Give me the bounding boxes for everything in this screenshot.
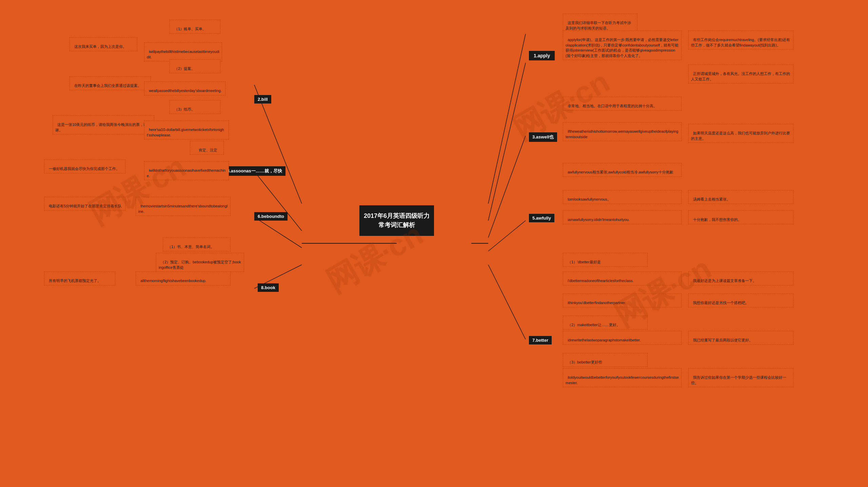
awfully-ctx2-node: iamawfullysorry.ididn'tmeantohurtyou. (563, 210, 682, 224)
center-title: 2017年6月英语四级听力 (364, 212, 430, 219)
svg-line-4 (488, 136, 526, 238)
assoonas-label: 4.assoonas一……就，尽快 (224, 166, 285, 176)
better-1-node: （1）'dbetter最好是 (563, 253, 648, 267)
apply-ex1-node: 有些工作岗位会requiremuchtraveling。(要求经常出差)还有些工… (688, 31, 793, 50)
aswell-note-node: 非常地、相当地。在口语中用于表程度的比例十分高。 (563, 97, 682, 111)
awfully-tr1-node: 汤姆看上去相当紧张。 (688, 190, 793, 204)
apply-intro-node: 这里我们详细串联一下在听力考试中涉及到的与求职相关的短语。 (563, 14, 637, 33)
book-label: 8.book (258, 283, 279, 292)
apply-ex2-node: 正所谓城里城外，各有风光。没工作的人想工作，有工作的人又烦工作。 (688, 64, 793, 83)
svg-line-6 (488, 265, 526, 339)
better-tr2-node: 我想你最好还是另找一个搭档吧。 (688, 294, 793, 307)
awfully-ex1-node: awfullynervous相当紧张;awfullycold相当冷.awfull… (563, 163, 682, 177)
bill-ctx1-node: 这次我来买单，因为上次是你。 (70, 37, 137, 51)
bill-ex3-node: here'sa10-dollarbill.givemetwoticketsfor… (144, 120, 229, 139)
svg-line-9 (254, 217, 302, 248)
better-ctx4-node: itoldyouitwouldbebetterforyouifyoutookfe… (563, 368, 682, 387)
svg-line-8 (254, 171, 302, 231)
awfully-ctx1-node: tomlooksawfullynervous。 (563, 190, 682, 204)
better-tr3-node: 我已经重写了最后两段以使它更好。 (688, 331, 793, 345)
beboundto-label: 6.beboundto (254, 212, 288, 221)
bill-ctx3-node: 这是一张10美元的纸币，请给我两张今晚演出的票，谢谢。 (53, 115, 154, 134)
assoonas-hint-node: 肯定、注定 (190, 141, 224, 155)
apply-label: 1.apply (529, 51, 555, 60)
center-subtitle: 常考词汇解析 (378, 222, 415, 228)
better-ctx2-node: ithinkyou'dbetterfindanotherpartner. (563, 294, 682, 307)
book-1-node: （1）书、本意、简单名词。 (163, 238, 231, 251)
better-2-node: （2）makeitbetter让……更好。 (563, 316, 648, 330)
aswell-ctx1-node: iftheweatheristhishottomorrow,wemayaswel… (563, 122, 682, 141)
book-ex1-node: allthemorningflightshavebeenbookedup. (136, 271, 231, 285)
better-3-node: （3）bebetter更好些 (563, 353, 648, 367)
beboundto-ex1-node: themoviestartsin5minutesandthere'sboundt… (136, 197, 231, 216)
book-ctx1-node: 所有明早的飞机票都预定光了。 (44, 271, 115, 285)
book-2-node: （2）预定、订购。bebookedup被预定空了;bookingoffice售票… (156, 253, 244, 272)
bill-ctx2-node: 在昨天的董事会上我们全票通过该提案。 (70, 76, 151, 90)
better-label: 7.better (529, 336, 552, 344)
bill-1-node: （1）账单、买单、 (170, 20, 220, 34)
svg-line-3 (488, 63, 526, 221)
bill-label: 2.bill (254, 95, 271, 104)
svg-line-2 (488, 34, 526, 204)
better-ctx3-node: idrewritethelastwoparagraphstomakeitbett… (563, 331, 682, 345)
aswell-ex1-node: 如果明天温度还是这么高，我们也可能放弃到户外进行比赛的主意。 (688, 124, 793, 143)
awfully-tr2-node: 十分抱歉，我不想伤害你的。 (688, 210, 793, 224)
svg-line-5 (488, 221, 526, 251)
bill-ex1-node: iwillpaythebillthistimebecauselasttimeyo… (144, 42, 222, 61)
better-ctx1-node: i'dbetterreadoneofthearticlesfortheclass… (563, 271, 682, 285)
beboundto-ctx1-node: 电影还有5分钟就开始了在那里肯定排着长队 (44, 197, 125, 211)
apply-ctx1-node: applyfor(申请)。这是工作的第一步:既然要申请，必然需要递交letter… (563, 31, 682, 60)
bill-3-node: （3）纸币。 (170, 100, 220, 114)
awfully-label: 5.awfully (529, 214, 554, 222)
aswell-label: 3.aswell也 (529, 132, 557, 142)
better-tr1-node: 我最好还是为上课读篇文章准备一下。 (688, 271, 793, 285)
better-tr4-node: 我告诉过你如果你在第一个学期少选一些课程会比较好一些。 (688, 368, 793, 387)
assoonas-ex1-node: iwilldothatforyouassoonasihavefixedthema… (144, 161, 229, 180)
bill-ex2-node: weallpassedthebillyesterday'sboardmeetin… (144, 81, 225, 95)
center-card: 2017年6月英语四级听力 常考词汇解析 (359, 205, 434, 236)
bill-2-node: （2）提案。 (170, 59, 220, 73)
assoonas-ctx1-node: 一修好机器我就会尽快为你完成那个工作。 (44, 160, 125, 173)
